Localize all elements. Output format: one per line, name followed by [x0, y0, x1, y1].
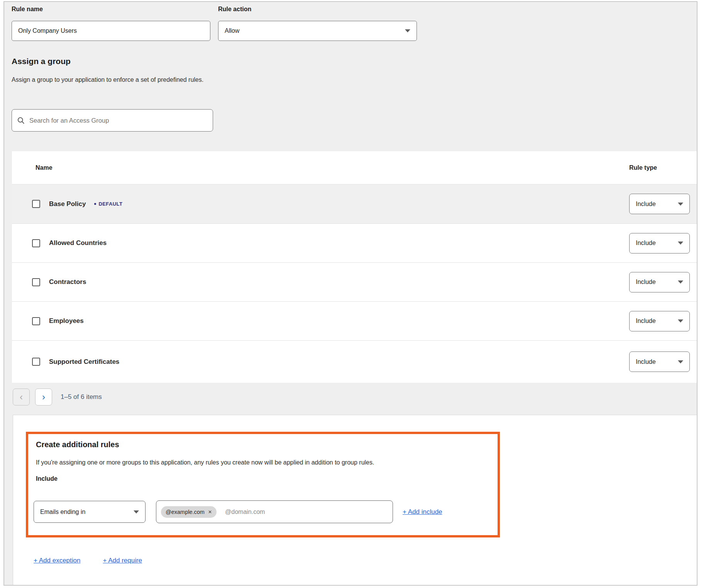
chevron-left-icon: ‹: [20, 392, 23, 402]
chevron-down-icon: [134, 510, 139, 514]
table-row: Base Policy DEFAULT Include: [12, 184, 698, 223]
chevron-down-icon: [678, 242, 683, 245]
chevron-right-icon: ›: [42, 392, 45, 402]
group-name: Base Policy: [49, 200, 86, 208]
rule-type-select[interactable]: Include: [629, 311, 690, 331]
access-group-search[interactable]: [12, 109, 213, 132]
row-checkbox[interactable]: [32, 317, 40, 325]
include-label: Include: [36, 475, 490, 482]
pagination-label: 1–5 of 6 items: [61, 393, 102, 401]
table-header: Name Rule type: [12, 151, 698, 184]
add-include-link[interactable]: + Add include: [403, 508, 442, 516]
column-header-name: Name: [36, 164, 629, 171]
search-input[interactable]: [29, 117, 207, 125]
group-name: Allowed Countries: [49, 239, 107, 247]
column-header-rule-type: Rule type: [629, 164, 698, 171]
email-tag-value: @example.com: [166, 509, 205, 515]
rule-name-input[interactable]: [12, 21, 210, 41]
tag-input-placeholder: @domain.com: [225, 509, 265, 515]
group-name: Employees: [49, 317, 84, 325]
condition-select[interactable]: Emails ending in: [34, 501, 146, 523]
rule-type-select[interactable]: Include: [629, 233, 690, 253]
next-page-button[interactable]: ›: [35, 389, 52, 406]
rule-action-value: Allow: [225, 27, 405, 34]
rule-action-select[interactable]: Allow: [218, 21, 417, 41]
group-name: Supported Certificates: [49, 358, 119, 366]
row-checkbox[interactable]: [32, 358, 40, 366]
rule-action-label: Rule action: [218, 6, 251, 13]
additional-rules-heading: Create additional rules: [36, 440, 490, 449]
group-name: Contractors: [49, 278, 86, 286]
table-row: Allowed Countries Include: [12, 223, 698, 262]
email-tag: @example.com ✕: [161, 506, 217, 518]
chevron-down-icon: [405, 29, 410, 32]
previous-page-button[interactable]: ‹: [13, 389, 30, 406]
table-row: Contractors Include: [12, 262, 698, 301]
email-tag-input[interactable]: @example.com ✕ @domain.com: [156, 500, 393, 523]
rule-type-select[interactable]: Include: [629, 351, 690, 372]
row-checkbox[interactable]: [32, 278, 40, 286]
chevron-down-icon: [678, 203, 683, 206]
row-checkbox[interactable]: [32, 200, 40, 208]
rule-type-select[interactable]: Include: [629, 272, 690, 292]
remove-tag-icon[interactable]: ✕: [208, 509, 212, 515]
add-require-link[interactable]: + Add require: [103, 557, 142, 564]
search-icon: [17, 117, 25, 124]
highlight-outline: Create additional rules If you're assign…: [26, 432, 500, 537]
access-groups-table: Name Rule type Base Policy DEFAULT Inclu…: [12, 151, 698, 383]
additional-rules-panel: Create additional rules If you're assign…: [13, 415, 698, 586]
rule-name-label: Rule name: [12, 6, 43, 13]
assign-group-description: Assign a group to your application to en…: [12, 76, 203, 83]
condition-value: Emails ending in: [40, 509, 134, 515]
badge-dot-icon: [94, 203, 96, 205]
table-row: Employees Include: [12, 301, 698, 340]
assign-group-heading: Assign a group: [12, 57, 71, 66]
row-checkbox[interactable]: [32, 239, 40, 247]
add-exception-link[interactable]: + Add exception: [34, 557, 80, 564]
rule-type-select[interactable]: Include: [629, 194, 690, 214]
additional-rules-description: If you're assigning one or more groups t…: [36, 459, 490, 466]
page: Rule name Rule action Allow Assign a gro…: [3, 1, 698, 586]
pagination: ‹ › 1–5 of 6 items: [13, 389, 102, 406]
chevron-down-icon: [678, 360, 683, 363]
chevron-down-icon: [678, 319, 683, 323]
default-badge: DEFAULT: [94, 201, 122, 207]
table-row: Supported Certificates Include: [12, 340, 698, 383]
chevron-down-icon: [678, 280, 683, 284]
